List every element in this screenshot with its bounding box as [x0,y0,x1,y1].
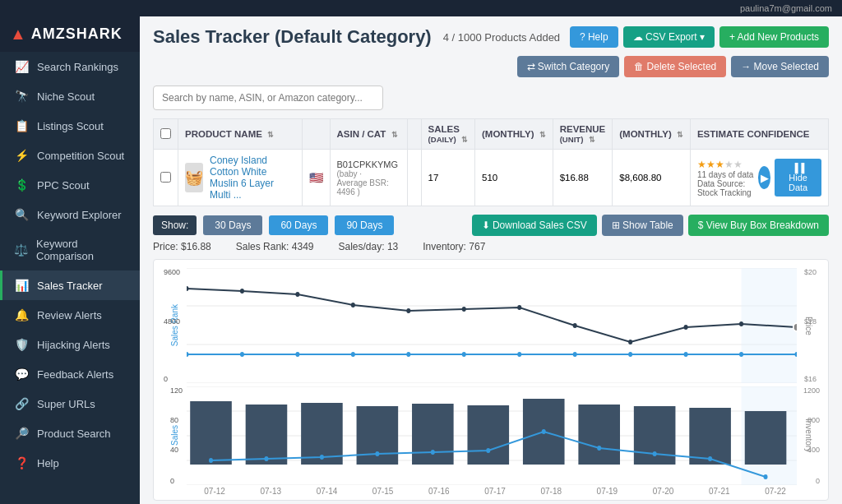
sidebar-label-feedback-alerts: Feedback Alerts [37,368,113,381]
x-label: 07-15 [355,487,411,496]
sidebar-item-help[interactable]: ❓Help [0,448,140,478]
keyword-explorer-icon: 🔍 [14,208,29,221]
search-bar [153,86,829,110]
sidebar-item-ppc-scout[interactable]: 💲PPC Scout [0,170,140,200]
svg-point-48 [320,455,324,460]
search-rankings-icon: 📈 [14,60,29,73]
y-tick-80: 80 [170,416,178,424]
row-checkbox[interactable] [160,172,171,183]
svg-point-15 [739,321,743,326]
sidebar-label-keyword-comparison: Keyword Comparison [36,238,128,262]
sidebar-label-super-urls: Super URLs [37,398,95,410]
sidebar-item-feedback-alerts[interactable]: 💬Feedback Alerts [0,359,140,389]
sidebar-label-search-rankings: Search Rankings [37,61,118,73]
y-tick-800: 800 [807,416,820,424]
svg-point-11 [517,305,521,310]
info-button[interactable]: ▶ [758,166,770,189]
product-cell: 🧺 Coney Island Cotton White Muslin 6 Lay… [178,150,303,206]
sidebar-item-search-rankings[interactable]: 📈Search Rankings [0,52,140,81]
svg-point-27 [739,352,743,357]
avg-bsr: Average BSR: 4496 ) [337,178,400,197]
svg-point-7 [295,292,299,297]
svg-point-55 [708,456,712,461]
switch-category-button[interactable]: ⇄ Switch Category [517,56,620,77]
product-name-text: Coney Island Cotton White Muslin 6 Layer… [210,155,295,201]
30-days-button[interactable]: 30 Days [203,215,262,235]
ppc-scout-icon: 💲 [14,178,29,192]
toolbar-row: ⇄ Switch Category 🗑 Delete Selected → Mo… [153,56,829,77]
svg-point-20 [351,352,355,357]
select-all-checkbox[interactable] [160,128,171,139]
sales-monthly-cell: 510 [475,150,553,206]
top-bar: paulina7m@gmail.com [0,0,842,16]
chart2-svg [187,386,797,485]
svg-point-14 [684,325,688,330]
sidebar-item-super-urls[interactable]: 🔗Super URLs [0,389,140,418]
sidebar-item-review-alerts[interactable]: 🔔Review Alerts [0,300,140,330]
product-info: 🧺 Coney Island Cotton White Muslin 6 Lay… [185,155,295,201]
y-tick-0b: 0 [170,477,174,485]
sidebar-item-niche-scout[interactable]: 🔭Niche Scout [0,81,140,111]
table-row: 🧺 Coney Island Cotton White Muslin 6 Lay… [154,150,829,206]
x-label: 07-14 [298,487,354,496]
x-label: 07-13 [243,487,298,496]
svg-point-8 [351,303,355,307]
download-csv-button[interactable]: ⬇ Download Sales CSV [472,215,597,236]
stars-container: ★★★★★ 11 days of data Data Source: Stock… [697,159,754,197]
search-input[interactable] [153,86,383,110]
svg-point-19 [295,352,299,357]
svg-point-46 [209,458,213,463]
sidebar-label-listings-scout: Listings Scout [37,120,104,132]
spacer-cell [407,150,421,206]
star-filled: ★★★ [697,159,724,170]
col-revenue-monthly: (MONTHLY) ⇅ [613,119,691,150]
col-confidence: ESTIMATE CONFIDENCE [690,119,828,150]
90-days-button[interactable]: 90 Days [335,215,394,235]
sidebar-label-product-search: Product Search [37,428,111,440]
sidebar-item-product-search[interactable]: 🔎Product Search [0,418,140,448]
svg-point-26 [684,352,688,357]
show-table-button[interactable]: ⊞ Show Table [602,215,683,236]
svg-point-53 [597,446,601,451]
y-tick-9600: 9600 [164,268,180,276]
x-label: 07-20 [636,487,692,496]
x-label: 07-21 [692,487,747,496]
products-added-badge: 4 / 1000 Products Added [443,31,560,44]
sidebar-item-sales-tracker[interactable]: 📊Sales Tracker [0,270,140,300]
sidebar-item-competition-scout[interactable]: ⚡Competition Scout [0,141,140,170]
table-header-row: PRODUCT NAME ⇅ ASIN / CAT ⇅ SALES(DAILY)… [154,119,829,150]
country-flag: 🇺🇸 [309,171,323,184]
x-label: 07-22 [747,487,803,496]
add-products-button[interactable]: + Add New Products [719,26,829,48]
app-layout: ▲ AMZSHARK 📈Search Rankings🔭Niche Scout📋… [0,16,842,504]
sidebar-item-keyword-explorer[interactable]: 🔍Keyword Explorer [0,200,140,229]
y-tick-4800: 4800 [164,317,180,326]
sidebar-item-hijacking-alerts[interactable]: 🛡️Hijacking Alerts [0,330,140,359]
col-asin: ASIN / CAT ⇅ [330,119,407,150]
svg-point-21 [406,352,410,357]
y-tick-0: 0 [164,375,168,383]
move-selected-button[interactable]: → Move Selected [731,56,829,77]
col-product-name: PRODUCT NAME ⇅ [178,119,303,150]
delete-selected-button[interactable]: 🗑 Delete Selected [624,56,726,77]
confidence-actions: ★★★★★ 11 days of data Data Source: Stock… [697,159,821,197]
60-days-button[interactable]: 60 Days [269,215,328,235]
hide-data-button[interactable]: ▐▐ Hide Data [775,159,821,197]
inventory-stat: Inventory: 767 [423,241,485,252]
revenue-unit-cell: $16.88 [553,150,613,206]
svg-point-25 [628,352,632,357]
revenue-monthly-cell: $8,608.80 [613,150,691,206]
page-header: Sales Tracker (Default Category) 4 / 100… [153,26,829,48]
csv-export-button[interactable]: ☁ CSV Export ▾ [623,26,715,48]
view-buy-box-button[interactable]: $ View Buy Box Breakdown [688,215,829,236]
asin-cell: B01CPKKYMG (baby · Average BSR: 4496 ) [330,150,407,206]
col-spacer2 [407,119,421,150]
svg-point-47 [264,456,268,461]
col-sales-monthly: (MONTHLY) ⇅ [475,119,553,150]
help-button[interactable]: ? Help [570,26,618,48]
x-label: 07-18 [523,487,579,496]
col-spacer [302,119,330,150]
user-email: paulina7m@gmail.com [740,3,832,13]
sidebar-item-listings-scout[interactable]: 📋Listings Scout [0,111,140,141]
sidebar-item-keyword-comparison[interactable]: ⚖️Keyword Comparison [0,229,140,270]
